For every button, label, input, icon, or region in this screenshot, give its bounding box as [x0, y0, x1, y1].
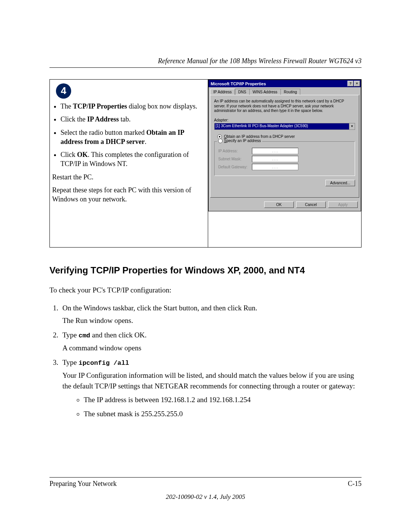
expected-value-item: The IP address is between 192.168.1.2 an… — [84, 395, 362, 405]
tab-wins-address[interactable]: WINS Address — [249, 89, 281, 95]
footer-doc-id: 202-10090-02 v 1.4, July 2005 — [49, 493, 362, 501]
expected-values-list: The IP address is between 192.168.1.2 an… — [68, 395, 362, 419]
footer-page-number: C-15 — [348, 480, 362, 488]
expected-value-item: The subnet mask is 255.255.255.0 — [84, 409, 362, 419]
dialog-title: Microsoft TCP/IP Properties — [211, 81, 266, 86]
step-item: On the Windows taskbar, click the Start … — [60, 303, 362, 326]
page-header: Reference Manual for the 108 Mbps Wirele… — [49, 57, 362, 65]
adapter-selected: [1] 3Com Etherlink III PCI Bus-Master Ad… — [215, 123, 349, 129]
radio-label: Specify an IP address — [224, 139, 261, 143]
instruction-item: Click OK. This completes the configurati… — [61, 150, 206, 169]
ip-address-field[interactable]: . . . — [252, 148, 298, 154]
instructions-column: 4 The TCP/IP Properties dialog box now d… — [50, 80, 208, 247]
step-detail: Your IP Configuration information will b… — [62, 370, 362, 391]
section-intro: To check your PC's TCP/IP configuration: — [49, 285, 362, 296]
restart-text: Restart the PC. — [52, 173, 206, 182]
dialog-info-text: An IP address can be automatically assig… — [214, 99, 355, 113]
step-item: Type cmd and then click OK. A command wi… — [60, 330, 362, 353]
radio-specify-ip[interactable]: Specify an IP address Specify an IP addr… — [217, 139, 262, 143]
tcpip-properties-dialog: Microsoft TCP/IP Properties ? × IP Addre… — [208, 80, 362, 211]
adapter-dropdown[interactable]: [1] 3Com Etherlink III PCI Bus-Master Ad… — [214, 123, 355, 130]
advanced-button[interactable]: Advanced... — [325, 180, 355, 186]
specify-ip-group: Specify an IP address Specify an IP addr… — [214, 141, 355, 176]
step-item: Type ipconfig /all Your IP Configuration… — [60, 357, 362, 419]
section-heading: Verifying TCP/IP Properties for Windows … — [49, 265, 362, 276]
header-rule — [49, 67, 362, 68]
page-footer: Preparing Your Network C-15 202-10090-02… — [49, 477, 362, 501]
instruction-item: Select the radio button marked Obtain an… — [61, 128, 206, 147]
verification-steps: On the Windows taskbar, click the Start … — [49, 303, 362, 419]
radio-label: OObtain an IP address from a DHCP server… — [224, 134, 295, 139]
code-cmd: cmd — [78, 332, 90, 339]
tab-routing[interactable]: Routing — [280, 89, 300, 95]
default-gateway-field[interactable]: . . . — [252, 164, 298, 170]
adapter-label: Adapter: — [214, 118, 355, 122]
tab-ip-address[interactable]: IP Address — [210, 89, 235, 95]
step-number-badge: 4 — [56, 83, 71, 99]
step-detail: A command window opens — [62, 343, 362, 353]
chevron-down-icon[interactable]: ▼ — [349, 123, 355, 129]
tab-dns[interactable]: DNS — [235, 89, 250, 95]
ip-address-label: IP Address: — [218, 149, 249, 153]
cancel-button[interactable]: Cancel — [296, 201, 326, 208]
footer-section-name: Preparing Your Network — [49, 480, 116, 488]
step-detail: The Run window opens. — [62, 315, 362, 326]
subnet-mask-label: Subnet Mask: — [218, 157, 249, 161]
close-icon[interactable]: × — [354, 81, 360, 86]
instruction-item: The TCP/IP Properties dialog box now dis… — [61, 102, 206, 111]
code-ipconfig: ipconfig /all — [78, 359, 129, 367]
screenshot-column: Microsoft TCP/IP Properties ? × IP Addre… — [208, 80, 362, 247]
help-icon[interactable]: ? — [347, 81, 354, 86]
footer-rule — [49, 477, 362, 478]
repeat-text: Repeat these steps for each PC with this… — [52, 185, 206, 204]
tab-panel: An IP address can be automatically assig… — [210, 95, 360, 198]
instruction-item: Click the IP Address tab. — [61, 115, 206, 124]
default-gateway-label: Default Gateway: — [218, 165, 249, 169]
step-table: 4 The TCP/IP Properties dialog box now d… — [49, 79, 362, 248]
subnet-mask-field[interactable]: . . . — [252, 156, 298, 162]
apply-button[interactable]: Apply — [328, 201, 358, 208]
dialog-titlebar: Microsoft TCP/IP Properties ? × — [209, 80, 361, 87]
radio-icon — [218, 139, 223, 143]
tab-strip: IP Address DNS WINS Address Routing — [209, 87, 361, 95]
ok-button[interactable]: OK — [264, 201, 294, 208]
